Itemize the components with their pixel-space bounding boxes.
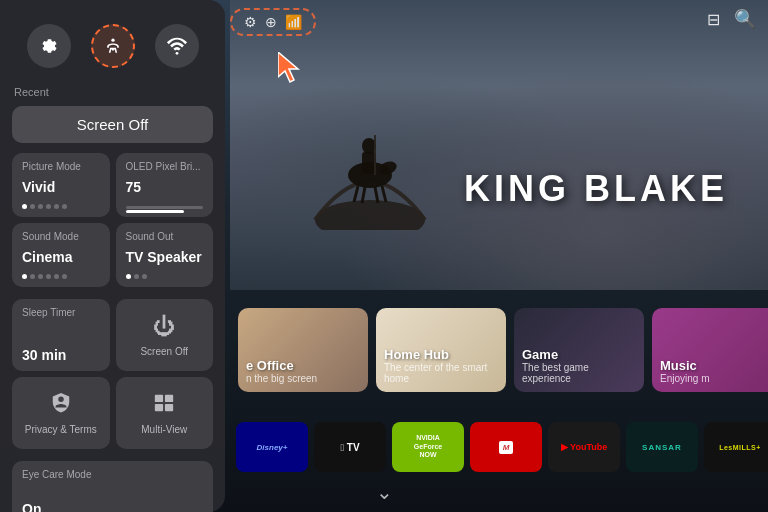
sdot-2 <box>30 274 35 279</box>
app-card-game-title: Game <box>522 347 636 362</box>
app-card-homehub-title: Home Hub <box>384 347 498 362</box>
accessibility-icon-btn[interactable] <box>91 24 135 68</box>
panel-top-icons <box>12 16 213 76</box>
privacy-label: Privacy & Terms <box>25 424 97 435</box>
dot-2 <box>30 204 35 209</box>
dot-1 <box>22 204 27 209</box>
spdot-3 <box>142 274 147 279</box>
sdot-3 <box>38 274 43 279</box>
multiview-tile[interactable]: Multi-View <box>116 377 214 449</box>
svg-point-8 <box>362 138 376 154</box>
sound-out-value: TV Speaker <box>126 249 204 265</box>
oled-bar-bg <box>126 206 204 209</box>
privacy-icon <box>50 392 72 418</box>
svg-point-10 <box>111 39 114 42</box>
streaming-lesmills[interactable]: LesMILLS+ <box>704 422 768 472</box>
sleep-timer-tile[interactable]: Sleep Timer 30 min <box>12 299 110 371</box>
oled-value: 75 <box>126 179 204 195</box>
settings-panel: Recent Screen Off Picture Mode Vivid OLE… <box>0 0 225 512</box>
sound-mode-value: Cinema <box>22 249 100 265</box>
settings-icon-btn[interactable] <box>27 24 71 68</box>
cursor-pointer <box>278 52 308 91</box>
sleep-timer-value: 30 min <box>22 347 100 363</box>
svg-rect-12 <box>155 394 163 401</box>
scroll-down-arrow[interactable]: ⌄ <box>376 480 393 504</box>
app-card-music-subtitle: Enjoying m <box>660 373 768 384</box>
eyecare-tile[interactable]: Eye Care Mode On <box>12 461 213 512</box>
multiview-icon <box>153 392 175 418</box>
dot-5 <box>54 204 59 209</box>
knight-silhouette <box>310 90 430 230</box>
streaming-apple[interactable]:  TV <box>314 422 386 472</box>
top-right-icons: ⊟ 🔍 <box>707 8 756 30</box>
picture-mode-dots <box>22 204 100 209</box>
spdot-1 <box>126 274 131 279</box>
svg-marker-16 <box>278 52 298 82</box>
svg-rect-13 <box>165 394 173 401</box>
sound-out-tile[interactable]: Sound Out TV Speaker <box>116 223 214 287</box>
bottom-settings-grid: Sleep Timer 30 min ⏻ Screen Off Privacy … <box>12 299 213 449</box>
settings-mini-icon[interactable]: ⚙ <box>244 14 257 30</box>
app-card-office-subtitle: n the big screen <box>246 373 360 384</box>
hero-title: KING BLAKE <box>464 168 728 210</box>
svg-rect-7 <box>362 152 376 174</box>
app-card-office-title: e Office <box>246 358 360 373</box>
sdot-1 <box>22 274 27 279</box>
eyecare-value: On <box>22 501 203 512</box>
hero-area: KING BLAKE <box>230 0 768 290</box>
streaming-disney[interactable]: Disney+ <box>236 422 308 472</box>
picture-mode-label: Picture Mode <box>22 161 100 172</box>
top-mini-icons-box: ⚙ ⊕ 📶 <box>230 8 316 36</box>
dot-6 <box>62 204 67 209</box>
screen-off-button[interactable]: Screen Off <box>12 106 213 143</box>
oled-label: OLED Pixel Bri... <box>126 161 204 172</box>
svg-line-6 <box>382 186 386 202</box>
wifi-mini-icon[interactable]: 📶 <box>285 14 302 30</box>
sdot-4 <box>46 274 51 279</box>
svg-point-0 <box>315 200 425 230</box>
sound-out-label: Sound Out <box>126 231 204 242</box>
sound-mode-dots <box>22 274 100 279</box>
eyecare-label: Eye Care Mode <box>22 469 203 480</box>
search-icon[interactable]: 🔍 <box>734 8 756 30</box>
settings-grid: Picture Mode Vivid OLED Pixel Bri... 75 … <box>12 153 213 287</box>
svg-rect-14 <box>155 403 163 410</box>
privacy-tile[interactable]: Privacy & Terms <box>12 377 110 449</box>
app-cards: e Office n the big screen Home Hub The c… <box>230 300 768 400</box>
svg-point-11 <box>175 52 178 55</box>
sleep-timer-label: Sleep Timer <box>22 307 100 318</box>
app-card-music[interactable]: Music Enjoying m <box>652 308 768 392</box>
wifi-icon-btn[interactable] <box>155 24 199 68</box>
picture-mode-tile[interactable]: Picture Mode Vivid <box>12 153 110 217</box>
app-card-homehub-subtitle: The center of the smart home <box>384 362 498 384</box>
streaming-sansar[interactable]: SANSAR <box>626 422 698 472</box>
spdot-2 <box>134 274 139 279</box>
accessibility-mini-icon[interactable]: ⊕ <box>265 14 277 30</box>
app-card-game[interactable]: Game The best game experience <box>514 308 644 392</box>
app-card-office[interactable]: e Office n the big screen <box>238 308 368 392</box>
tv-guide-icon[interactable]: ⊟ <box>707 10 720 29</box>
multiview-label: Multi-View <box>141 424 187 435</box>
oled-tile[interactable]: OLED Pixel Bri... 75 <box>116 153 214 217</box>
picture-mode-value: Vivid <box>22 179 100 195</box>
sound-mode-tile[interactable]: Sound Mode Cinema <box>12 223 110 287</box>
streaming-masterclass[interactable]: M <box>470 422 542 472</box>
app-card-homehub[interactable]: Home Hub The center of the smart home <box>376 308 506 392</box>
svg-rect-15 <box>165 403 173 410</box>
app-card-music-title: Music <box>660 358 768 373</box>
recent-label: Recent <box>12 86 213 98</box>
screen-off-tile[interactable]: ⏻ Screen Off <box>116 299 214 371</box>
sdot-5 <box>54 274 59 279</box>
sound-out-dots <box>126 274 204 279</box>
dot-4 <box>46 204 51 209</box>
screen-off-icon: ⏻ <box>153 314 175 340</box>
streaming-youtube[interactable]: ▶ YouTube <box>548 422 620 472</box>
screen-off-tile-label: Screen Off <box>140 346 188 357</box>
svg-line-3 <box>354 186 358 202</box>
oled-bar <box>126 210 184 213</box>
sound-mode-label: Sound Mode <box>22 231 100 242</box>
eyecare-grid: Eye Care Mode On <box>12 461 213 512</box>
dot-3 <box>38 204 43 209</box>
streaming-geforce[interactable]: NVIDIAGeForceNOW <box>392 422 464 472</box>
app-card-game-subtitle: The best game experience <box>522 362 636 384</box>
